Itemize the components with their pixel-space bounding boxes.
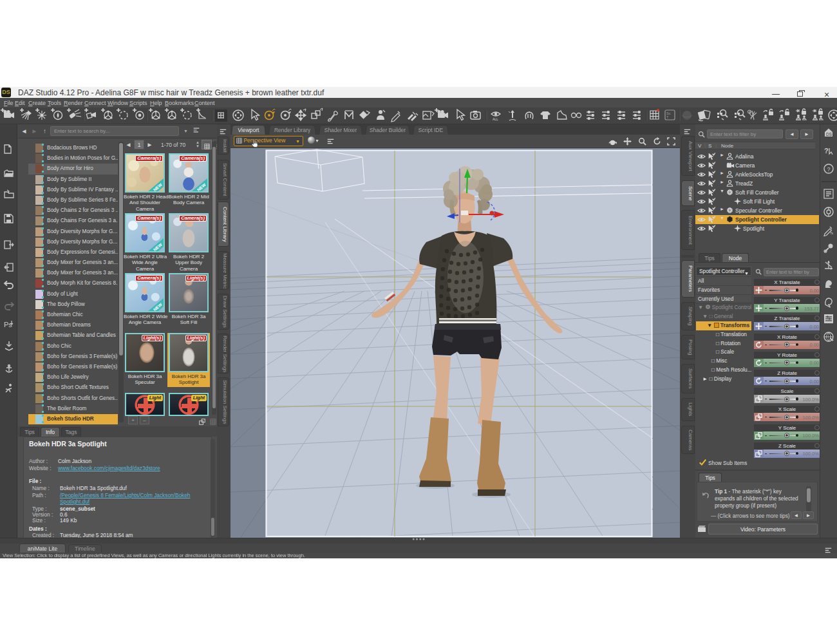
svg-text:?: ? (827, 166, 831, 173)
svg-text:Ts: Ts (830, 231, 834, 235)
svg-text:DS: DS (826, 132, 832, 137)
svg-text:?: ? (824, 147, 829, 155)
svg-text:T: T (666, 115, 669, 119)
svg-text:ALL: ALL (493, 117, 498, 121)
